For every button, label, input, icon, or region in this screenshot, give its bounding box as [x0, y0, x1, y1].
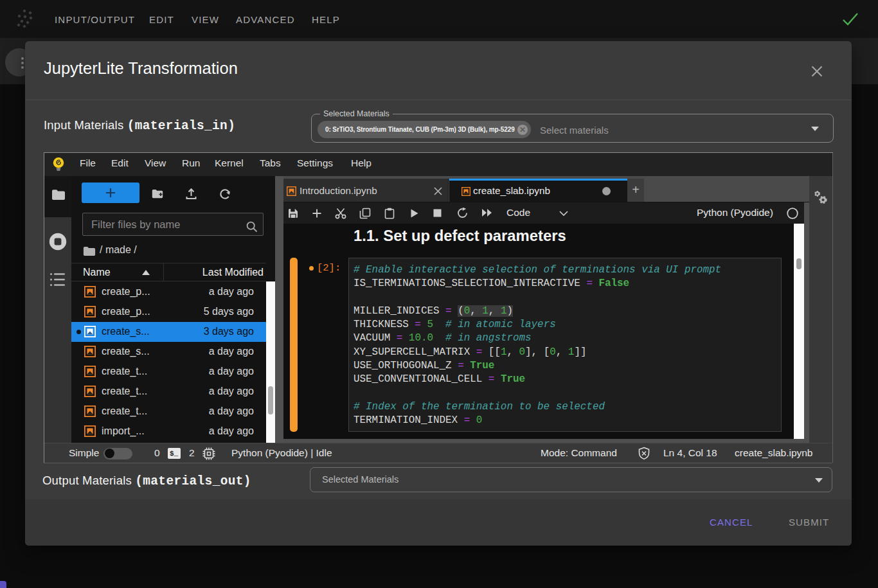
svg-text:$_: $_ [170, 450, 179, 458]
